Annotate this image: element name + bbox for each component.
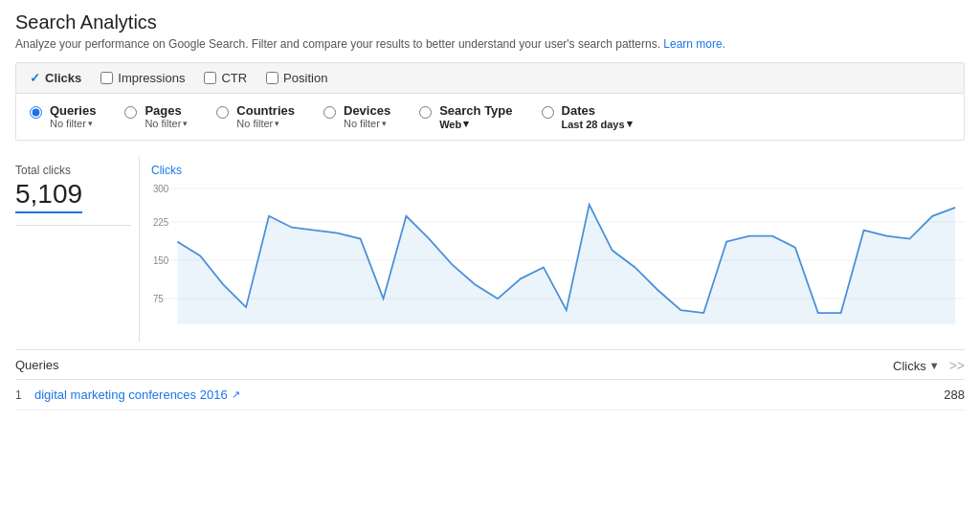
checkmark-icon: ✓: [30, 71, 40, 85]
filter-dates-label: Dates: [562, 103, 633, 118]
filter-countries-label: Countries: [236, 103, 295, 118]
sort-arrow-icon: ▼: [929, 360, 940, 371]
filter-countries-radio[interactable]: [216, 106, 229, 119]
filter-bar: Queries No filter ▾ Pages No filter ▾: [15, 94, 965, 141]
filter-pages-value[interactable]: No filter ▾: [145, 118, 188, 129]
filter-search-type-label: Search Type: [439, 103, 512, 118]
position-checkbox[interactable]: [266, 72, 278, 84]
clicks-label: Clicks: [45, 71, 81, 85]
chevron-down-icon: ▾: [275, 119, 279, 128]
filter-queries-label: Queries: [50, 103, 96, 118]
svg-text:225: 225: [153, 217, 169, 228]
position-label: Position: [283, 71, 327, 85]
filter-queries-radio[interactable]: [30, 106, 42, 119]
chevron-down-icon: ▾: [463, 118, 469, 130]
chevron-down-icon: ▾: [382, 119, 387, 128]
row-query[interactable]: digital marketing conferences 2016 ↗︎: [34, 387, 944, 402]
filter-queries[interactable]: Queries No filter ▾: [30, 103, 124, 129]
row-clicks: 288: [944, 387, 965, 402]
position-metric[interactable]: Position: [266, 71, 327, 85]
total-clicks-value: 5,109: [15, 179, 82, 213]
table-row: 1 digital marketing conferences 2016 ↗︎ …: [15, 380, 965, 410]
metrics-bar: ✓ Clicks Impressions CTR Position: [15, 62, 965, 94]
filter-search-type-radio[interactable]: [419, 106, 432, 119]
impressions-label: Impressions: [118, 71, 185, 85]
svg-text:150: 150: [153, 255, 169, 266]
filter-countries[interactable]: Countries No filter ▾: [216, 103, 323, 129]
page-subtitle: Analyze your performance on Google Searc…: [15, 37, 965, 51]
col-clicks-header[interactable]: Clicks ▼: [893, 359, 940, 373]
row-number: 1: [15, 388, 34, 402]
filter-pages-radio[interactable]: [124, 106, 137, 119]
ctr-metric[interactable]: CTR: [204, 71, 247, 85]
table-section: Queries Clicks ▼ >> 1 digital marketing …: [15, 349, 965, 410]
filter-pages[interactable]: Pages No filter ▾: [124, 103, 216, 129]
filter-dates[interactable]: Dates Last 28 days ▾: [542, 103, 661, 130]
filter-pages-label: Pages: [145, 103, 188, 118]
chevron-down-icon: ▾: [88, 119, 93, 128]
table-header: Queries Clicks ▼ >>: [15, 350, 965, 380]
table-nav-right-icon[interactable]: >>: [942, 358, 965, 373]
chart-section: Clicks 300 225 150 75: [151, 156, 965, 342]
filter-devices-value[interactable]: No filter ▾: [344, 118, 390, 129]
clicks-metric[interactable]: ✓ Clicks: [30, 71, 81, 85]
external-link-icon[interactable]: ↗︎: [232, 388, 240, 401]
chart-container: 300 225 150 75: [151, 181, 965, 334]
ctr-label: CTR: [221, 71, 247, 85]
filter-dates-value[interactable]: Last 28 days ▾: [562, 118, 633, 130]
filter-devices-label: Devices: [344, 103, 390, 118]
filter-search-type[interactable]: Search Type Web ▾: [419, 103, 541, 130]
svg-text:75: 75: [153, 294, 164, 304]
filter-queries-value[interactable]: No filter ▾: [50, 118, 96, 129]
filter-devices-radio[interactable]: [323, 106, 336, 119]
page-title: Search Analytics: [15, 11, 965, 33]
chart-label: Clicks: [151, 164, 965, 177]
filter-devices[interactable]: Devices No filter ▾: [323, 103, 419, 129]
ctr-checkbox[interactable]: [204, 72, 216, 84]
filter-countries-value[interactable]: No filter ▾: [236, 118, 295, 129]
chevron-down-icon: ▾: [627, 118, 633, 130]
chevron-down-icon: ▾: [183, 119, 188, 128]
col-queries-header: Queries: [15, 358, 59, 373]
impressions-checkbox[interactable]: [100, 72, 113, 84]
stats-section: Total clicks 5,109: [15, 156, 131, 226]
filter-dates-radio[interactable]: [542, 106, 554, 119]
filter-search-type-value[interactable]: Web ▾: [439, 118, 512, 130]
total-clicks-label: Total clicks: [15, 164, 131, 177]
impressions-metric[interactable]: Impressions: [100, 71, 185, 85]
svg-text:300: 300: [153, 184, 169, 194]
learn-more-link[interactable]: Learn more.: [663, 37, 725, 51]
